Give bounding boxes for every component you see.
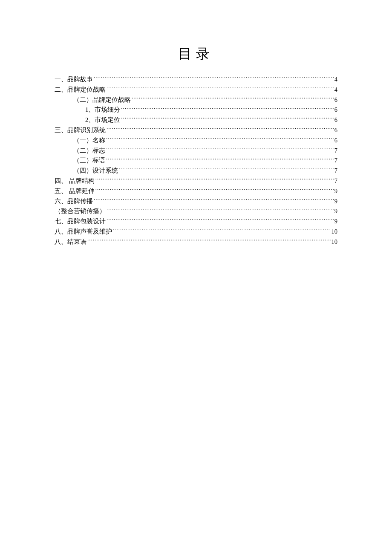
- toc-entry-label: 七、品牌包装设计: [55, 217, 106, 227]
- toc-leader-dots: [87, 237, 331, 244]
- toc-entry-label: 1、市场细分: [85, 105, 120, 115]
- toc-entry: 一、品牌故事4: [55, 75, 337, 85]
- toc-entry-page: 4: [334, 85, 337, 95]
- toc-entry: （整合营销传播）9: [55, 206, 337, 217]
- toc-leader-dots: [107, 126, 334, 132]
- toc-leader-dots: [94, 75, 334, 82]
- toc-leader-dots: [107, 207, 334, 214]
- toc-entry: 五、 品牌延伸9: [55, 186, 337, 197]
- toc-leader-dots: [107, 85, 334, 92]
- toc-entry-page: 10: [331, 227, 338, 237]
- toc-leader-dots: [106, 146, 334, 153]
- toc-entry-label: （四）设计系统: [73, 166, 118, 176]
- toc-entry: 七、品牌包装设计9: [55, 217, 337, 227]
- toc-entry-label: 2、市场定位: [85, 115, 120, 125]
- toc-entry: 八、品牌声誉及维护10: [55, 227, 337, 237]
- toc-entry-label: 四、 品牌结构: [55, 176, 95, 186]
- toc-entry-label: （一）名称: [73, 136, 105, 146]
- toc-entry: （二）标志7: [55, 146, 337, 156]
- toc-entry-label: （三）标语: [73, 156, 105, 166]
- toc-entry-page: 9: [334, 197, 337, 207]
- toc-entry-label: 五、 品牌延伸: [55, 186, 95, 197]
- toc-leader-dots: [119, 167, 334, 173]
- table-of-contents: 一、品牌故事4二、品牌定位战略4（二）品牌定位战略61、市场细分62、市场定位6…: [55, 75, 337, 247]
- toc-entry-page: 6: [334, 125, 337, 136]
- toc-leader-dots: [132, 95, 334, 102]
- toc-entry: 二、品牌定位战略4: [55, 85, 337, 95]
- toc-entry-page: 9: [334, 206, 337, 217]
- toc-leader-dots: [121, 106, 334, 112]
- toc-entry-label: （整合营销传播）: [55, 206, 106, 217]
- toc-leader-dots: [95, 176, 334, 183]
- toc-entry: 四、 品牌结构7: [55, 176, 337, 186]
- toc-entry-page: 7: [334, 146, 337, 156]
- toc-entry-page: 7: [334, 166, 337, 176]
- toc-entry: 六、品牌传播9: [55, 197, 337, 207]
- toc-leader-dots: [107, 217, 334, 224]
- toc-entry-label: 二、品牌定位战略: [55, 85, 106, 95]
- toc-entry: 1、市场细分6: [55, 105, 337, 115]
- toc-entry-label: 六、品牌传播: [55, 197, 93, 207]
- toc-leader-dots: [95, 187, 334, 193]
- toc-entry: 八、结束语10: [55, 237, 337, 247]
- toc-entry: 2、市场定位6: [55, 115, 337, 125]
- toc-entry: （二）品牌定位战略6: [55, 95, 337, 105]
- toc-leader-dots: [106, 156, 334, 163]
- toc-leader-dots: [113, 227, 331, 234]
- toc-entry-page: 6: [334, 136, 337, 146]
- page-title: 目录: [55, 45, 337, 64]
- toc-entry-page: 9: [334, 186, 337, 197]
- toc-entry: （三）标语7: [55, 156, 337, 166]
- toc-entry-page: 7: [334, 156, 337, 166]
- toc-entry-label: 八、品牌声誉及维护: [55, 227, 112, 237]
- toc-entry-page: 6: [334, 115, 337, 125]
- toc-entry-page: 7: [334, 176, 337, 186]
- toc-entry-page: 4: [334, 75, 337, 85]
- toc-entry-label: 八、结束语: [55, 237, 86, 247]
- toc-entry: （四）设计系统7: [55, 166, 337, 176]
- toc-entry-page: 6: [334, 105, 337, 115]
- toc-leader-dots: [94, 197, 334, 203]
- toc-entry-label: （二）品牌定位战略: [73, 95, 131, 105]
- toc-entry-page: 10: [331, 237, 338, 247]
- toc-entry-label: 一、品牌故事: [55, 75, 93, 85]
- toc-leader-dots: [106, 136, 334, 142]
- toc-entry-page: 9: [334, 217, 337, 227]
- toc-entry-page: 6: [334, 95, 337, 105]
- toc-entry-label: （二）标志: [73, 146, 105, 156]
- toc-entry: 三、品牌识别系统6: [55, 125, 337, 136]
- toc-entry-label: 三、品牌识别系统: [55, 125, 106, 136]
- toc-entry: （一）名称6: [55, 136, 337, 146]
- toc-leader-dots: [121, 116, 334, 122]
